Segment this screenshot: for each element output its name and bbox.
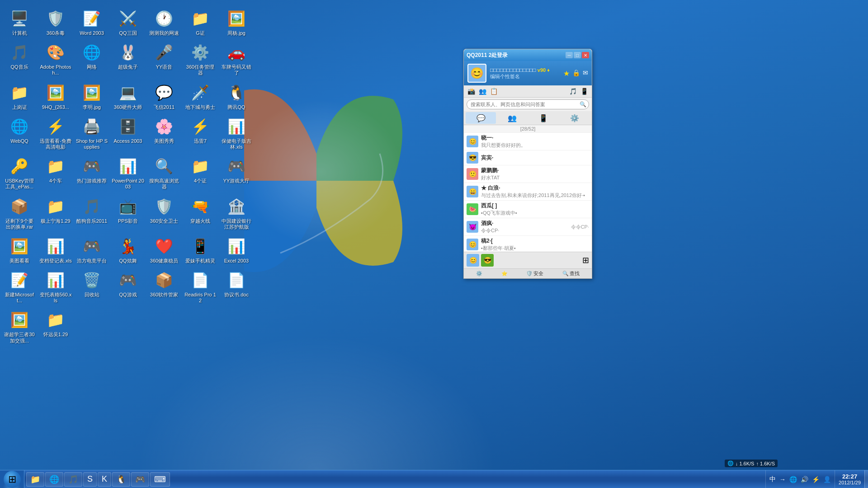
taskbar-game-btn[interactable]: 🎮 (131, 472, 149, 487)
icon-lijpg[interactable]: 🖼️ 李明.jpg (75, 80, 109, 112)
icon-meitu[interactable]: 🖼️ 美图看看 (2, 234, 37, 266)
tray-lang-icon[interactable]: 中 (769, 474, 777, 484)
qq-lock-icon[interactable]: 🔒 (572, 69, 580, 78)
icon-yylanguage[interactable]: 🎤 YY语音 (147, 40, 181, 78)
qq-minimize-button[interactable]: ─ (566, 52, 573, 58)
icon-biandeng[interactable]: 📊 变档登记表.xls (38, 234, 73, 266)
icon-qqwu[interactable]: 💃 QQ炫舞 (111, 234, 145, 266)
qq-search-input[interactable] (467, 99, 589, 109)
icon-dnf[interactable]: 🗡️ 地下城与勇士 (183, 80, 217, 112)
icon-feixin[interactable]: 💬 飞信2011 (147, 80, 181, 112)
icon-hp[interactable]: 🖨️ Shop for HP Supplies (75, 114, 109, 152)
icon-360manage[interactable]: 📦 360软件管家 (147, 267, 181, 305)
tray-user-icon[interactable]: 👤 (822, 475, 832, 484)
icon-360[interactable]: 🛡️ 360杀毒 (38, 6, 73, 38)
icon-usbkey[interactable]: 🔑 USBKey管理工具_ePas... (2, 154, 37, 192)
icon-360health[interactable]: ❤️ 360健康稳员 (147, 234, 181, 266)
icon-pps[interactable]: 📺 PPS影音 (111, 194, 145, 232)
icon-tencent[interactable]: 🐧 腾讯QQ (219, 80, 254, 112)
taskbar-folder-btn[interactable]: 📁 (26, 472, 44, 487)
taskbar-media-btn[interactable]: 🎵 (64, 472, 82, 487)
qq-contact-item[interactable]: 😄 ★ 白浪· 与过去告别,和未来说你好;2011再见,2012你好·▪ (464, 183, 592, 201)
icon-carplate[interactable]: 🚗 车牌号码又错了 (219, 40, 254, 78)
icon-9hq[interactable]: 🖼️ 9HQ_{263... (38, 80, 73, 112)
icon-xingjian[interactable]: 📝 新建Microsoft... (2, 267, 37, 305)
icon-huaiyuanying[interactable]: 📁 怀远吴1.29 (38, 307, 73, 345)
icon-yygame[interactable]: 🎮 YY游戏大厅 (219, 154, 254, 192)
icon-xunlei7[interactable]: ⚡ 迅雷7 (183, 114, 217, 152)
icon-powerpoint[interactable]: 📊 PowerPoint 2003 (111, 154, 145, 192)
icon-qq3[interactable]: ⚔️ QQ三国 (111, 6, 145, 38)
icon-haofang[interactable]: 🎮 浩方电竞平台 (75, 234, 109, 266)
icon-360hardware[interactable]: 💻 360硬件大师 (111, 80, 145, 112)
qq-grid-icon[interactable]: ⊞ (582, 255, 589, 265)
icon-readiris[interactable]: 📄 Readiris Pro 12 (183, 267, 217, 305)
tray-arrow-icon[interactable]: → (778, 475, 787, 484)
qq-toolbar-icon3[interactable]: 📋 (489, 87, 499, 96)
qq-toolbar-icon2[interactable]: 👥 (478, 87, 487, 96)
qq-settings-btn[interactable]: ⚙️ (476, 271, 482, 277)
icon-gcert[interactable]: 📁 G证 (183, 6, 217, 38)
qq-maximize-button[interactable]: □ (574, 52, 581, 58)
qq-contact-item[interactable]: 🍉 西瓜[ ] ▪QQ飞车游戏中▪ (464, 201, 592, 218)
qq-search-icon[interactable]: 🔍 (580, 101, 586, 108)
icon-word2003[interactable]: 📝 Word 2003 (75, 6, 109, 38)
tray-volume-icon[interactable]: 🔊 (800, 475, 809, 484)
icon-access[interactable]: 🗄️ Access 2003 (111, 114, 145, 152)
qq-mail-icon[interactable]: ✉ (583, 69, 588, 78)
qq-tab-group[interactable]: 👥 (497, 112, 527, 124)
icon-4zheng[interactable]: 📁 4个证 (183, 154, 217, 192)
icon-huandan[interactable]: 📦 还剩下9个要出的换单.rar (2, 194, 37, 232)
icon-qqgame[interactable]: 🎮 QQ游戏 (111, 267, 145, 305)
qq-star-btn[interactable]: ⭐ (501, 271, 508, 277)
icon-hotgames[interactable]: 🎮 热门游戏推荐 (75, 154, 109, 192)
taskbar-clock[interactable]: 22:27 2012/1/29 (835, 470, 864, 488)
show-desktop-button[interactable] (864, 470, 868, 488)
tray-network-icon[interactable]: 🌐 (788, 475, 798, 484)
qq-star-icon[interactable]: ★ (563, 69, 570, 78)
icon-qqmusic[interactable]: 🎵 QQ音乐 (2, 40, 37, 78)
qq-avatar[interactable]: 😊 (467, 64, 486, 83)
icon-xieyi[interactable]: 📄 协议书.doc (219, 267, 254, 305)
icon-sougou[interactable]: 🔍 搜狗高速浏览器 (147, 154, 181, 192)
icon-360task[interactable]: ⚙️ 360任务管理器 (183, 40, 217, 78)
icon-speedtest[interactable]: 🕐 测测我的网速 (147, 6, 181, 38)
icon-baobao[interactable]: 📊 保健电子版吉林.xls (219, 114, 254, 152)
taskbar-sougou-btn[interactable]: S (83, 472, 97, 487)
icon-4che[interactable]: 📁 4个车 (38, 154, 73, 192)
icon-xiesanshijia[interactable]: 🖼️ 谢超学三者30加交强... (2, 307, 37, 345)
qq-contact-item[interactable]: 😊 晓一· 我只想要你好好的。 (464, 133, 592, 150)
start-button[interactable]: ⊞ (0, 470, 24, 488)
icon-bianbiao[interactable]: 📊 变托表格560.xls (38, 267, 73, 305)
icon-shanggang[interactable]: 📁 上岗证 (2, 80, 37, 112)
qq-contact-item[interactable]: 😎 宾宾· (464, 150, 592, 165)
icon-webqq[interactable]: 🌐 WebQQ (2, 114, 37, 152)
icon-photoshop[interactable]: 🎨 Adobe Photosh... (38, 40, 73, 78)
qq-edit-signature[interactable]: 编辑个性签名 (490, 73, 560, 80)
qq-contact-item[interactable]: 😈 酒疯· 令令CP· 令令CP· (464, 218, 592, 236)
icon-dianhua[interactable]: 📱 爱妹手机精灵 (183, 234, 217, 266)
taskbar-input-btn[interactable]: ⌨ (150, 472, 170, 487)
qq-toolbar-icon1[interactable]: 📸 (467, 87, 476, 96)
icon-computer[interactable]: 🖥️ 计算机 (2, 6, 37, 38)
qq-find-btn[interactable]: 🔍 查找 (562, 270, 580, 277)
icon-zhoujpg[interactable]: 🖼️ 周杨.jpg (219, 6, 254, 38)
qq-contact-item[interactable]: 😊 稿2·[ ▪鄱那些年·胡夏▪ (464, 236, 592, 252)
icon-kuigou[interactable]: 🎵 酷狗音乐2011 (75, 194, 109, 232)
qq-security-btn[interactable]: 🛡️ 安全 (526, 270, 543, 277)
icon-excel2003[interactable]: 📊 Excel 2003 (219, 234, 254, 266)
qq-contact-item[interactable]: 🙂 蒙鹏鹏· 好水TAT (464, 165, 592, 183)
icon-360safe[interactable]: 🛡️ 360安全卫士 (147, 194, 181, 232)
qq-tab-settings[interactable]: ⚙️ (560, 112, 590, 124)
icon-network[interactable]: 🌐 网络 (75, 40, 109, 78)
qq-tab-mobile[interactable]: 📱 (528, 112, 559, 124)
icon-superrabbit[interactable]: 🐰 超级兔子 (111, 40, 145, 78)
icon-jianshang[interactable]: 📁 极上宁海1.29 (38, 194, 73, 232)
tray-power-icon[interactable]: ⚡ (811, 475, 821, 484)
taskbar-penguin-btn[interactable]: 🐧 (112, 472, 130, 487)
qq-toolbar-icon4[interactable]: 🎵 (568, 87, 578, 96)
icon-meixi[interactable]: 🌸 美图秀秀 (147, 114, 181, 152)
icon-chuangyue[interactable]: 🔫 穿越火线 (183, 194, 217, 232)
taskbar-qqk-btn[interactable]: K (98, 472, 111, 487)
qq-tab-chat[interactable]: 💬 (466, 112, 496, 124)
